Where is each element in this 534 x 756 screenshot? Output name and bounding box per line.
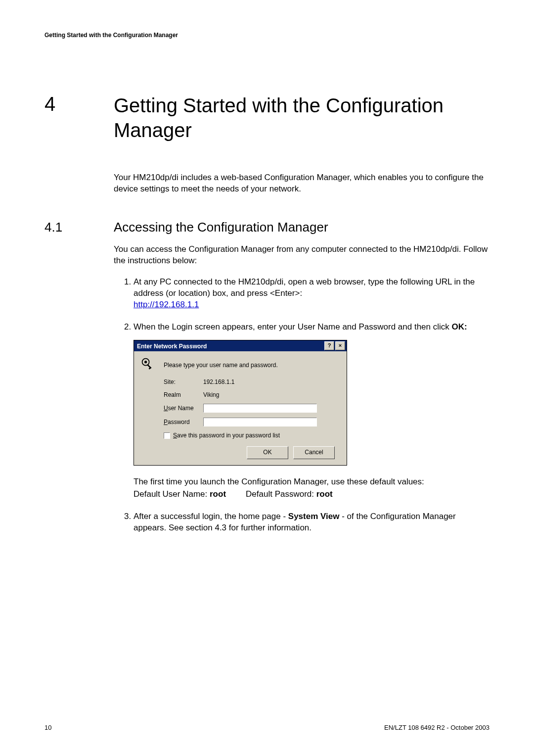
section-heading: 4.1 Accessing the Configuration Manager (44, 220, 490, 235)
step-2: When the Login screen appears, enter you… (134, 322, 490, 501)
dialog-instruction: Please type your user name and password. (164, 361, 340, 369)
step-3-before: After a successful login, the home page … (134, 512, 288, 521)
dialog-buttons: OK Cancel (141, 446, 340, 459)
save-password-checkbox[interactable] (164, 432, 170, 439)
site-value: 192.168.1.1 (203, 378, 340, 386)
username-input[interactable] (203, 404, 317, 413)
defaults-intro: The first time you launch the Configurat… (134, 476, 490, 488)
section-intro: You can access the Configuration Manager… (114, 244, 490, 267)
running-header: Getting Started with the Configuration M… (44, 32, 490, 39)
dialog-body: Please type your user name and password.… (134, 351, 347, 466)
close-button[interactable]: × (335, 341, 345, 350)
step-1-text: At any PC connected to the HM210dp/di, o… (134, 277, 475, 298)
help-button[interactable]: ? (324, 341, 334, 350)
section-title: Accessing the Configuration Manager (114, 220, 490, 235)
save-password-row: Save this password in your password list (164, 431, 340, 439)
chapter-heading: 4 Getting Started with the Configuration… (44, 93, 490, 142)
dialog-titlebar: Enter Network Password ? × (134, 340, 347, 351)
key-icon (141, 357, 155, 371)
login-dialog: Enter Network Password ? × (134, 340, 347, 466)
intro-paragraph: Your HM210dp/di includes a web-based Con… (114, 172, 490, 195)
save-password-label: Save this password in your password list (173, 431, 280, 439)
default-values-block: The first time you launch the Configurat… (134, 476, 490, 500)
password-input[interactable] (203, 418, 317, 426)
steps-list: At any PC connected to the HM210dp/di, o… (123, 277, 490, 534)
realm-label: Realm (164, 391, 203, 399)
page-footer: 10 EN/LZT 108 6492 R2 - October 2003 (44, 724, 490, 731)
step-2-text: When the Login screen appears, enter you… (134, 322, 452, 331)
dialog-title: Enter Network Password (134, 340, 210, 351)
password-label: Password (164, 418, 203, 426)
chapter-title: Getting Started with the Configuration M… (114, 93, 490, 142)
cancel-button[interactable]: Cancel (293, 446, 335, 459)
username-label: User Name (164, 404, 203, 412)
chapter-number: 4 (44, 93, 114, 115)
dialog-title-buttons: ? × (323, 340, 347, 351)
default-username: Default User Name: root (134, 489, 226, 500)
config-url-link[interactable]: http://192.168.1.1 (134, 300, 199, 309)
page-number: 10 (44, 724, 51, 731)
section-number: 4.1 (44, 220, 114, 235)
step-3: After a successful login, the home page … (134, 511, 490, 534)
default-password: Default Password: root (246, 489, 333, 500)
step-1: At any PC connected to the HM210dp/di, o… (134, 277, 490, 311)
realm-value: Viking (203, 391, 340, 399)
step-3-bold: System View (288, 512, 340, 521)
doc-reference: EN/LZT 108 6492 R2 - October 2003 (384, 724, 490, 731)
site-label: Site: (164, 378, 203, 386)
step-2-bold: OK: (452, 322, 467, 331)
ok-button[interactable]: OK (247, 446, 288, 459)
svg-point-1 (144, 361, 147, 363)
